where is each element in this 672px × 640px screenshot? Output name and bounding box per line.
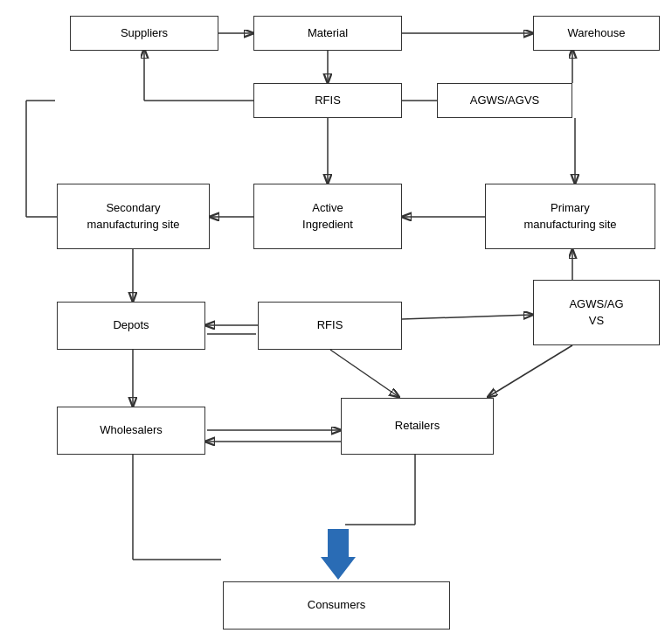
big-blue-arrow <box>321 529 356 580</box>
agws-top-label: AGWS/AGVS <box>470 93 539 108</box>
active-box: Active Ingredient <box>253 184 402 249</box>
agws-mid-box: AGWS/AG VS <box>533 280 660 345</box>
consumers-box: Consumers <box>223 581 450 630</box>
rfis-top-box: RFIS <box>253 83 402 118</box>
svg-marker-28 <box>321 529 356 580</box>
primary-box: Primary manufacturing site <box>485 184 655 249</box>
material-box: Material <box>253 16 402 51</box>
wholesalers-label: Wholesalers <box>100 422 163 438</box>
consumers-label: Consumers <box>308 597 365 613</box>
svg-line-20 <box>330 350 398 396</box>
rfis-mid-label: RFIS <box>317 317 343 333</box>
agws-top-box: AGWS/AGVS <box>437 83 572 118</box>
svg-line-16 <box>402 315 531 319</box>
svg-line-21 <box>489 345 572 396</box>
primary-label: Primary manufacturing site <box>523 200 616 232</box>
rfis-mid-box: RFIS <box>258 302 402 350</box>
wholesalers-box: Wholesalers <box>57 407 205 455</box>
secondary-label: Secondary manufacturing site <box>87 200 179 232</box>
depots-label: Depots <box>113 317 149 333</box>
suppliers-label: Suppliers <box>121 25 168 41</box>
warehouse-box: Warehouse <box>533 16 660 51</box>
agws-mid-label: AGWS/AG VS <box>569 296 623 328</box>
secondary-box: Secondary manufacturing site <box>57 184 210 249</box>
rfis-top-label: RFIS <box>315 93 341 108</box>
depots-box: Depots <box>57 302 205 350</box>
suppliers-box: Suppliers <box>70 16 218 51</box>
material-label: Material <box>308 25 348 41</box>
retailers-box: Retailers <box>341 398 494 455</box>
active-label: Active Ingredient <box>302 200 353 232</box>
retailers-label: Retailers <box>395 418 440 434</box>
warehouse-label: Warehouse <box>568 25 626 41</box>
supply-chain-diagram: Suppliers Material Warehouse RFIS AGWS/A… <box>0 0 672 640</box>
